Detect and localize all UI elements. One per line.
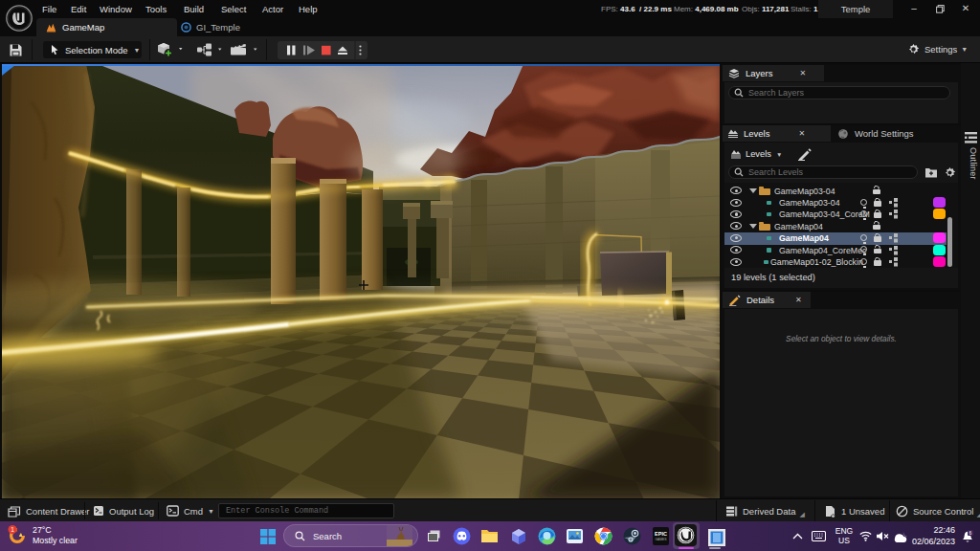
svg-text:GAMES: GAMES	[655, 538, 667, 541]
svg-text:1: 1	[11, 526, 14, 533]
svg-text:EPIC: EPIC	[655, 531, 667, 537]
svg-text:6: 6	[969, 530, 972, 536]
